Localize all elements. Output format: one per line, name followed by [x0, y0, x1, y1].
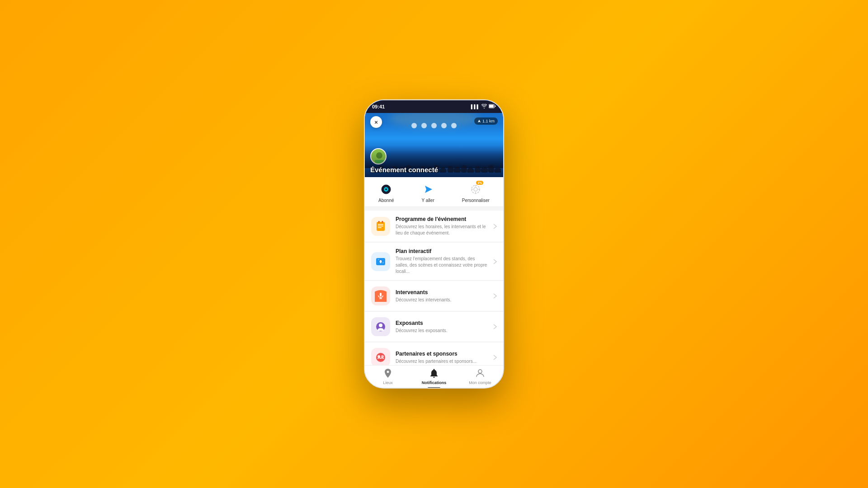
customize-button[interactable]: 1% Personnaliser [462, 183, 490, 203]
subscribe-button[interactable]: Abonné [378, 183, 394, 203]
account-icon [476, 369, 484, 379]
svg-rect-1 [489, 105, 494, 108]
map-desc: Trouvez l'emplacement des stands, des sa… [396, 256, 488, 275]
speakers-text: Intervenants Découvrez les intervenants. [396, 289, 488, 303]
hero-overlay: Événement connecté [365, 150, 503, 177]
distance-text: 1.1 km [482, 119, 495, 123]
svg-rect-47 [380, 293, 382, 296]
svg-rect-40 [378, 221, 380, 223]
chevron-right-icon [493, 355, 497, 360]
partners-icon [371, 348, 390, 365]
svg-point-54 [381, 355, 384, 358]
svg-rect-41 [382, 221, 383, 223]
svg-rect-52 [376, 353, 385, 362]
customize-label: Personnaliser [462, 198, 490, 203]
map-text: Plan interactif Trouvez l'emplacement de… [396, 248, 488, 275]
customize-icon: 1% [469, 183, 482, 196]
partners-desc: Découvrez les partenaires et sponsors... [396, 358, 488, 365]
exhibitors-icon [371, 317, 390, 336]
subscribe-label: Abonné [378, 198, 394, 203]
partners-text: Partenaires et sponsors Découvrez les pa… [396, 351, 488, 365]
chevron-right-icon [493, 324, 497, 329]
speakers-icon [371, 286, 390, 305]
program-menu-item[interactable]: Programme de l'événement Découvrez les h… [365, 211, 503, 242]
svg-point-55 [478, 370, 482, 373]
chevron-right-icon [493, 224, 497, 229]
chevron-right-icon [493, 293, 497, 299]
map-title: Plan interactif [396, 248, 488, 254]
exhibitors-title: Exposants [396, 320, 488, 326]
close-button[interactable]: × [370, 116, 382, 128]
notch [416, 100, 452, 109]
menu-list: Programme de l'événement Découvrez les h… [365, 207, 503, 365]
action-row: Abonné Y aller [365, 177, 503, 207]
speakers-title: Intervenants [396, 289, 488, 296]
signal-icon: ▌▌▌ [471, 104, 480, 109]
svg-rect-2 [495, 106, 496, 107]
map-icon [371, 252, 390, 271]
status-time: 09:41 [372, 104, 385, 109]
wifi-icon [481, 104, 487, 109]
nav-lieux[interactable]: Lieux [365, 369, 411, 385]
bottom-navigation: Lieux Notifications Mon compte [365, 365, 503, 388]
svg-marker-22 [478, 120, 481, 122]
battery-icon [489, 104, 496, 109]
content-area: Abonné Y aller [365, 177, 503, 365]
svg-rect-38 [378, 225, 383, 226]
svg-rect-37 [378, 224, 383, 225]
lieux-label: Lieux [383, 380, 393, 385]
svg-point-51 [379, 324, 382, 327]
svg-rect-39 [378, 227, 382, 228]
subscribe-icon [379, 183, 393, 196]
program-desc: Découvrez les horaires, les intervenants… [396, 224, 488, 236]
program-title: Programme de l'événement [396, 216, 488, 222]
distance-badge: 1.1 km [474, 117, 498, 125]
speakers-desc: Découvrez les intervenants. [396, 297, 488, 303]
program-text: Programme de l'événement Découvrez les h… [396, 216, 488, 236]
close-icon: × [374, 119, 378, 125]
lieux-icon [384, 369, 392, 379]
exhibitors-text: Exposants Découvrez les exposants. [396, 320, 488, 334]
program-icon [371, 217, 390, 236]
customize-badge: 1% [476, 181, 483, 185]
svg-point-28 [385, 188, 387, 190]
exhibitors-menu-item[interactable]: Exposants Découvrez les exposants. [365, 312, 503, 342]
chevron-right-icon [493, 259, 497, 264]
exhibitors-desc: Découvrez les exposants. [396, 328, 488, 334]
phone-frame: 09:41 ▌▌▌ [364, 99, 504, 389]
map-menu-item[interactable]: Plan interactif Trouvez l'emplacement de… [365, 243, 503, 281]
notifications-label: Notifications [422, 380, 447, 385]
partners-menu-item[interactable]: Partenaires et sponsors Découvrez les pa… [365, 343, 503, 365]
nav-account[interactable]: Mon compte [457, 369, 503, 385]
nav-notifications[interactable]: Notifications [411, 369, 457, 385]
hero-title: Événement connecté [370, 166, 498, 174]
go-label: Y aller [422, 198, 434, 203]
status-icons: ▌▌▌ [471, 104, 496, 109]
go-icon [421, 183, 435, 196]
svg-point-31 [474, 188, 477, 191]
svg-marker-29 [425, 186, 432, 193]
go-button[interactable]: Y aller [421, 183, 435, 203]
svg-point-53 [377, 355, 380, 358]
partners-title: Partenaires et sponsors [396, 351, 488, 357]
notifications-icon [430, 369, 438, 379]
speakers-menu-item[interactable]: Intervenants Découvrez les intervenants. [365, 281, 503, 311]
account-label: Mon compte [469, 380, 491, 385]
